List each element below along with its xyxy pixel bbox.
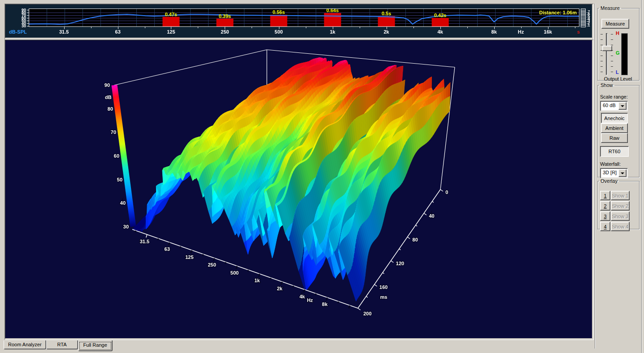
tab-room-analyzer[interactable]: Room Analyzer [4,340,46,349]
overlay-show-3-button[interactable]: Show 3 [611,211,630,221]
anechoic-button[interactable]: Anechoic [601,113,628,123]
spl-rt60-panel [4,4,594,39]
measure-button[interactable]: Measure [601,19,629,29]
app-window: Measure Measure H G L Output Level Show … [0,0,644,353]
waterfall-mode-value: 3D [R] [603,170,617,175]
overlay-group: Overlay 1 Show 1 2 Show 2 3 Show 3 4 Sho… [597,178,640,229]
output-level-slider-track[interactable] [606,33,608,75]
waterfall-panel [4,39,594,340]
slider-ticks-left [600,34,603,73]
overlay-3-button[interactable]: 3 [600,211,610,221]
overlay-4-button[interactable]: 4 [600,222,610,231]
dropdown-arrow-icon[interactable] [618,102,627,110]
waterfall-label: Waterfall: [600,161,621,167]
raw-button[interactable]: Raw [601,133,628,143]
ambient-button[interactable]: Ambient [601,123,628,133]
show-group: Show Scale range: 60 dB Anechoic Ambient… [597,82,640,177]
overlay-show-2-button[interactable]: Show 2 [611,201,630,211]
window-right-edge [641,0,642,353]
scale-range-label: Scale range: [600,94,628,99]
tab-full-range[interactable]: Full Range [78,340,113,351]
scale-range-combobox[interactable]: 60 dB [600,101,628,111]
tab-rta[interactable]: RTA [46,340,78,349]
meter-mid-label: G [616,50,620,56]
level-meter [621,33,628,75]
scale-range-value: 60 dB [603,103,616,108]
meter-low-label: L [616,69,619,75]
waterfall-mode-combobox[interactable]: 3D [R] [600,168,628,178]
measure-group: Measure Measure H G L Output Level [597,5,640,81]
overlay-1-button[interactable]: 1 [600,191,610,200]
overlay-show-1-button[interactable]: Show 1 [611,191,630,200]
spl-rt60-chart [5,4,592,38]
bottom-tab-bar: Room Analyzer RTA Full Range [4,340,113,351]
dropdown-arrow-icon[interactable] [618,169,627,177]
meter-high-label: H [616,30,619,36]
rt60-button[interactable]: RT60 [600,146,629,157]
measure-group-title: Measure [599,5,621,11]
output-level-label: Output Level [598,76,638,82]
overlay-2-button[interactable]: 2 [600,201,610,211]
waterfall-3d-view[interactable] [5,40,592,338]
slider-ticks-right [611,34,613,73]
panel-splitter [595,4,596,349]
overlay-group-title: Overlay [599,178,619,184]
show-group-title: Show [599,82,614,88]
overlay-show-4-button[interactable]: Show 4 [611,222,630,231]
